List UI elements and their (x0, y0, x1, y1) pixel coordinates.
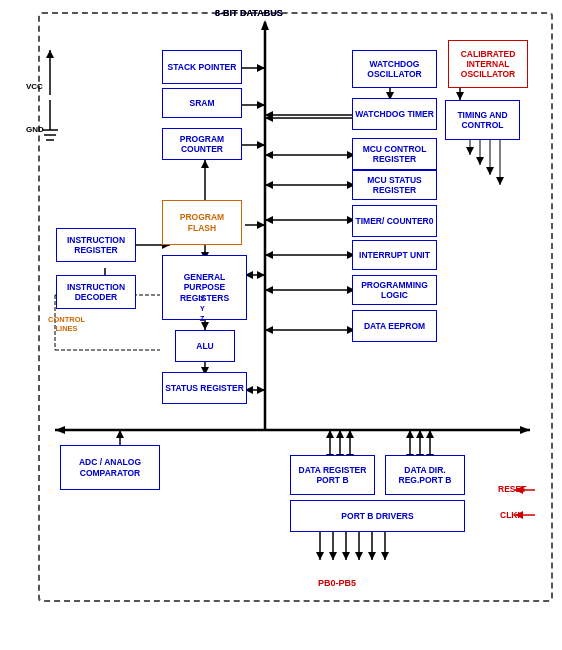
svg-marker-97 (368, 552, 376, 560)
programming-logic-block: PROGRAMMING LOGIC (352, 275, 437, 305)
timing-control-block: TIMING AND CONTROL (445, 100, 520, 140)
svg-marker-17 (201, 160, 209, 168)
portb-drivers-block: PORT B DRIVERS (290, 500, 465, 532)
svg-marker-95 (355, 552, 363, 560)
clki-label: CLKI (500, 510, 520, 520)
svg-marker-93 (342, 552, 350, 560)
block-diagram: 8-BIT DATABUS 8-BIT DATABUS VCC GND CONT… (0, 0, 562, 650)
svg-marker-64 (496, 177, 504, 185)
databus-label-display: 8-BIT DATABUS (215, 8, 283, 18)
adc-block: ADC / ANALOG COMPARATOR (60, 445, 160, 490)
instruction-register-block: INSTRUCTION REGISTER (56, 228, 136, 262)
program-flash-block: PROGRAM FLASH (162, 200, 242, 245)
svg-marker-99 (381, 552, 389, 560)
reset-label: RESET (498, 484, 526, 494)
svg-marker-56 (456, 92, 464, 100)
stack-pointer-block: STACK POINTER (162, 50, 242, 84)
vcc-label: VCC (26, 82, 43, 91)
instruction-decoder-block: INSTRUCTION DECODER (56, 275, 136, 309)
mcu-status-block: MCU STATUS REGISTER (352, 170, 437, 200)
svg-marker-3 (55, 426, 65, 434)
control-lines-label: CONTROLLINES (48, 315, 85, 333)
alu-block: ALU (175, 330, 235, 362)
watchdog-osc-block: WATCHDOG OSCILLATOR (352, 50, 437, 88)
interrupt-unit-block: INTERRUPT UNIT (352, 240, 437, 270)
svg-marker-1 (261, 20, 269, 30)
svg-marker-58 (466, 147, 474, 155)
sram-block: SRAM (162, 88, 242, 118)
data-reg-portb-block: DATA REGISTER PORT B (290, 455, 375, 495)
watchdog-timer-block: WATCHDOG TIMER (352, 98, 437, 130)
svg-marker-27 (201, 322, 209, 330)
data-dir-portb-block: DATA DIR. REG.PORT B (385, 455, 465, 495)
status-register-block: STATUS REGISTER (162, 372, 247, 404)
calibrated-osc-block: CALIBRATED INTERNAL OSCILLATOR (448, 40, 528, 88)
svg-marker-105 (46, 50, 54, 58)
program-counter-block: PROGRAM COUNTER (162, 128, 242, 160)
x-label: X (200, 295, 205, 302)
svg-marker-4 (520, 426, 530, 434)
z-label: Z (200, 315, 204, 322)
svg-marker-62 (486, 167, 494, 175)
mcu-control-block: MCU CONTROL REGISTER (352, 138, 437, 170)
svg-marker-89 (316, 552, 324, 560)
y-label: Y (200, 305, 205, 312)
svg-marker-60 (476, 157, 484, 165)
data-eeprom-block: DATA EEPROM (352, 310, 437, 342)
pb05-label: PB0-PB5 (318, 578, 356, 588)
gnd-label: GND (26, 125, 44, 134)
svg-marker-91 (329, 552, 337, 560)
timer-counter-block: TIMER/ COUNTER0 (352, 205, 437, 237)
